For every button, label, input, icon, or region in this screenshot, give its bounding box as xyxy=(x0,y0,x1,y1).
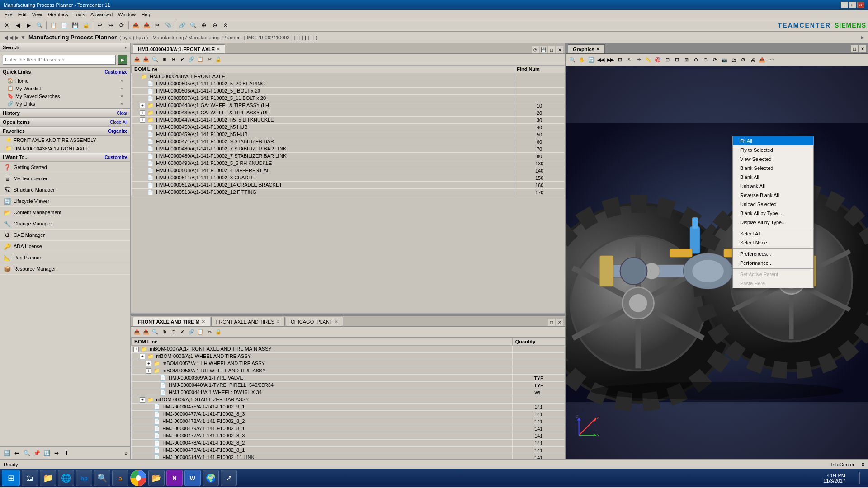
nav-resource-manager[interactable]: 📦 Resource Manager xyxy=(0,263,130,275)
gfx-btn-section3[interactable]: ⊠ xyxy=(682,56,691,65)
bottom-pane-expand-btn[interactable]: □ xyxy=(548,319,555,326)
minimize-button[interactable]: – xyxy=(841,2,848,8)
bbom-btn-2[interactable]: 📥 xyxy=(142,328,150,336)
menu-tools[interactable]: Tools xyxy=(71,11,88,18)
ctx-fit-all[interactable]: Fit All xyxy=(733,136,813,145)
bbom-btn-5[interactable]: ⊖ xyxy=(169,328,177,336)
organize-label[interactable]: Organize xyxy=(108,129,127,134)
toolbar-btn-10[interactable]: ↪ xyxy=(106,20,116,30)
expand-panel-icon[interactable]: » xyxy=(125,450,127,456)
show-desktop-button[interactable] xyxy=(853,470,866,486)
table-row[interactable]: + 📁 mBOM-0008/A;1-WHEEL AND TIRE ASSY xyxy=(132,353,565,360)
pane-close-btn[interactable]: ✕ xyxy=(556,46,563,53)
bbom-btn-10[interactable]: 🔒 xyxy=(214,328,222,336)
bom-btn-4[interactable]: ⊕ xyxy=(160,56,168,64)
bottom-icon-6[interactable]: ➡ xyxy=(52,449,61,457)
table-row[interactable]: 📄 HMJ-00000441/A;1-WHEEL: DW16L X 34 WH xyxy=(132,389,565,396)
table-row[interactable]: 📄 HMJ-00000512/A;1-141-F10002_14 CRADLE … xyxy=(132,182,565,189)
table-row[interactable]: 📄 HMJ-00000474/A;1-141-F10002_9 STABILIZ… xyxy=(132,138,565,145)
bbom-btn-4[interactable]: ⊕ xyxy=(160,328,168,336)
expand-icon[interactable]: + xyxy=(140,103,145,108)
toolbar-btn-18[interactable]: ⊕ xyxy=(199,20,209,30)
table-row[interactable]: 📄 HMJ-00000475/A;1-141-F10002_9_1 141 xyxy=(132,404,565,411)
gfx-btn-rotate[interactable]: 🔄 xyxy=(587,56,596,65)
bom-btn-3[interactable]: 🔍 xyxy=(151,56,159,64)
top-bom-tab[interactable]: HMJ-00000438/A;1-FRONT AXLE ✕ xyxy=(133,44,225,53)
ctx-blank-all[interactable]: Blank All xyxy=(733,173,813,182)
history-clear-button[interactable]: Clear xyxy=(117,111,127,116)
ctx-unload-selected[interactable]: Unload Selected xyxy=(733,200,813,209)
bbom-btn-8[interactable]: 📋 xyxy=(196,328,204,336)
gfx-btn-print[interactable]: 🖨 xyxy=(748,56,757,65)
ctx-reverse-blank-all[interactable]: Reverse Blank All xyxy=(733,191,813,200)
table-row[interactable]: + 📁 HMJ-00000439/A;1-GA: WHEEL & TIRE AS… xyxy=(132,109,565,117)
toolbar-btn-19[interactable]: ⊖ xyxy=(210,20,220,30)
table-row[interactable]: 📄 HMJ-00000477/A;1-141-F10002_8_3 141 xyxy=(132,432,565,440)
ctx-blank-selected[interactable]: Blank Selected xyxy=(733,164,813,173)
toolbar-btn-11[interactable]: ⟳ xyxy=(117,20,127,30)
quick-link-worklist[interactable]: 📋 My Worklist » xyxy=(0,84,130,92)
toolbar-btn-5[interactable]: 📋 xyxy=(48,20,58,30)
taskbar-chrome[interactable] xyxy=(130,470,146,486)
bom-btn-6[interactable]: ✔ xyxy=(178,56,186,64)
menu-advanced[interactable]: Advanced xyxy=(88,11,115,18)
pane-expand-btn[interactable]: □ xyxy=(548,46,555,53)
bom-btn-8[interactable]: 📋 xyxy=(196,56,204,64)
taskbar-search[interactable]: 🔍 xyxy=(94,470,110,486)
table-row[interactable]: 📄 HMJ-00000477/A;1-141-F10002_8_3 141 xyxy=(132,411,565,418)
nav-change-manager[interactable]: 🔧 Change Manager xyxy=(0,218,130,230)
bom-btn-2[interactable]: 📥 xyxy=(142,56,150,64)
graphics-tab[interactable]: Graphics ✕ xyxy=(568,44,605,53)
table-row[interactable]: 📄 HMJ-00000478/A;1-141-F10002_8_2 141 xyxy=(132,418,565,425)
toolbar-btn-14[interactable]: ✂ xyxy=(152,20,162,30)
nav-ada-license[interactable]: 🔑 ADA License xyxy=(0,241,130,252)
expand-icon[interactable]: + xyxy=(140,117,145,123)
table-row[interactable]: 📄 HMJ-00000507/A;1-141-F10002_5_11 BOLT … xyxy=(132,95,565,102)
menu-graphics[interactable]: Graphics xyxy=(45,11,71,18)
taskbar-greenarrow[interactable]: ↗ xyxy=(221,470,237,486)
table-row[interactable]: 📄 HMJ-00000505/A;1-141-F10002_5_20 BEARI… xyxy=(132,80,565,88)
bbom-btn-7[interactable]: 🔗 xyxy=(187,328,195,336)
table-row[interactable]: + 📁 mBOM-0009/A;1-STABILIZER BAR ASSY xyxy=(132,396,565,404)
taskbar-browser[interactable]: 🌐 xyxy=(58,470,74,486)
gfx-btn-section2[interactable]: ⊡ xyxy=(672,56,681,65)
ctx-fly-to-selected[interactable]: Fly to Selected xyxy=(733,145,813,155)
ctx-select-all[interactable]: Select All xyxy=(733,229,813,238)
gfx-btn-layers[interactable]: 🗂 xyxy=(729,56,738,65)
ctx-view-selected[interactable]: View Selected xyxy=(733,155,813,164)
toolbar-btn-13[interactable]: 📥 xyxy=(142,20,151,30)
pane-save-btn[interactable]: 💾 xyxy=(540,46,547,53)
gfx-btn-select[interactable]: ↖ xyxy=(625,56,634,65)
gfx-btn-settings[interactable]: ⚙ xyxy=(739,56,748,65)
table-row[interactable]: 📄 HMJ-00000514/A;1-141-F10002_11 LINK 14… xyxy=(132,454,565,460)
graphics-pane-expand[interactable]: □ xyxy=(851,45,858,52)
gfx-btn-export[interactable]: 📤 xyxy=(758,56,767,65)
quick-link-my-links[interactable]: 🔗 My Links » xyxy=(0,100,130,108)
table-row[interactable]: + 📁 mBOM-0057/A;1-LH WHEEL AND TIRE ASSY xyxy=(132,360,565,367)
bom-btn-1[interactable]: 📤 xyxy=(133,56,141,64)
table-row[interactable]: 📄 HMJ-00000506/A;1-141-F10002_5_ BOLT x … xyxy=(132,88,565,95)
bottom-tab-0-close[interactable]: ✕ xyxy=(202,319,205,324)
bottom-icon-2[interactable]: ⬅ xyxy=(13,449,21,457)
iwant-customize[interactable]: Customize xyxy=(104,155,127,160)
gfx-btn-zoom3[interactable]: ⊖ xyxy=(701,56,710,65)
toolbar-btn-12[interactable]: 📤 xyxy=(131,20,141,30)
table-row[interactable]: 📄 HMJ-00000309/A;1-TYRE VALVE TYF xyxy=(132,375,565,382)
graphics-pane-close[interactable]: ✕ xyxy=(859,45,866,52)
expand-icon[interactable]: + xyxy=(140,354,145,359)
close-button[interactable]: ✕ xyxy=(857,2,864,8)
toolbar-btn-7[interactable]: 💾 xyxy=(70,20,80,30)
toolbar-btn-8[interactable]: 🔒 xyxy=(81,20,91,30)
gfx-btn-pan[interactable]: ✋ xyxy=(577,56,586,65)
search-section-header[interactable]: Search ▼ xyxy=(0,43,130,52)
bom-btn-9[interactable]: ✂ xyxy=(205,56,213,64)
expand-handle[interactable]: ▶ xyxy=(861,35,864,40)
graphics-tab-close-icon[interactable]: ✕ xyxy=(596,47,600,52)
gfx-btn-zoom2[interactable]: ⊕ xyxy=(691,56,700,65)
table-row[interactable]: 📄 HMJ-00000478/A;1-141-F10002_8_2 141 xyxy=(132,440,565,447)
fav-item-1[interactable]: ⭐ FRONT AXLE AND TIRE ASSEMBLY xyxy=(0,136,130,144)
ctx-performance[interactable]: Performance... xyxy=(733,258,813,267)
table-row[interactable]: 📄 HMJ-00000440/A;1-TYRE: PIRELLI 540/65R… xyxy=(132,382,565,389)
table-row[interactable]: 📄 HMJ-00000493/A;1-141-F10002_5_5 RH KNU… xyxy=(132,160,565,167)
table-row[interactable]: + 📁 HMJ-00000443/A;1-GA: WHEEL & TIRE AS… xyxy=(132,102,565,109)
